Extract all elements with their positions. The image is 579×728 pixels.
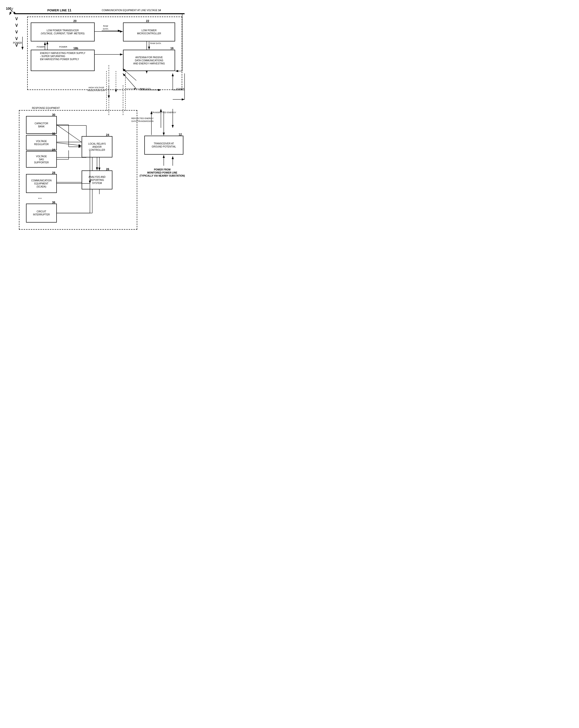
- local-relays-box: LOCAL RELAYS AND/OR CONTROLLER: [82, 136, 112, 157]
- capacitor-bank-num: 30: [52, 113, 55, 116]
- raw-data-label-1: RAWDATA: [103, 25, 108, 30]
- voltage-sag-num: 34: [52, 148, 55, 152]
- svg-line-32: [9, 8, 13, 15]
- microcontroller-box: LOW POWER MICROCONTROLLER: [123, 23, 175, 42]
- transceiver-box: TRANSCEIVER AT GROUND POTENTIAL: [144, 136, 183, 155]
- analysis-box: ANALYSIS AND REPORTING SYSTEM: [82, 171, 112, 189]
- transceiver-num: 12: [178, 133, 182, 136]
- reflected-energy-label: REFLECTED ENERGY DATA TRANSMISSION: [131, 117, 154, 123]
- energy-harvesting-box: ENERGY HARVESTING POWER SUPPLY - SUPER S…: [31, 50, 95, 71]
- comm-scada-num: 28: [52, 171, 55, 175]
- microcontroller-num: 22: [146, 19, 149, 23]
- analysis-num: 26: [106, 167, 109, 171]
- antenna-num: 16: [170, 47, 173, 50]
- high-voltage-label: HIGH VOLTAGE INSULATION GAP: [87, 86, 105, 92]
- power-label-2: POWER: [37, 46, 45, 49]
- voltage-regulator-num: 32: [52, 132, 55, 135]
- comm-equipment-at-line-voltage-label: COMMUNICATION EQUIPMENT AT LINE VOLTAGE …: [102, 9, 161, 11]
- voltage-sag-box: VOLTAGE SAG SUPPORTER: [26, 151, 57, 167]
- power-label-4: POWER: [176, 87, 184, 90]
- raw-data-label-3: RAW DATA: [140, 87, 151, 90]
- response-equipment-label: RESPONSE EQUIPMENT: [32, 107, 60, 110]
- power-from-label: POWER FROM MONITORED POWER LINE (TYPICAL…: [140, 168, 185, 177]
- transducer-box: LOW POWER TRANSDUCER (VOLTAGE, CURRENT, …: [31, 23, 95, 42]
- ellipsis: ⋯: [38, 196, 42, 201]
- power-label-left: POWER: [13, 42, 22, 45]
- transducer-num: 20: [73, 19, 77, 23]
- local-relays-num: 24: [106, 133, 109, 137]
- power-line-label: POWER LINE 11: [47, 8, 72, 12]
- transmitted-energy-label: TRANSMITTED ENERGY: [151, 111, 176, 114]
- antenna-box: ANTENNA FOR PASSIVE DATA COMMUNICATIONS …: [123, 50, 175, 71]
- energy-harvesting-num: 18b: [73, 47, 78, 50]
- capacitor-bank-box: CAPACITOR BANK: [26, 116, 57, 134]
- raw-data-label-2: RAW DATA: [150, 42, 161, 45]
- power-label-3: POWER: [59, 46, 67, 49]
- circuit-interrupter-box: CIRCUIT INTERRUPTER: [26, 204, 57, 223]
- comm-scada-box: COMMUNICATION EQUIPMENT (SCADA): [26, 174, 57, 193]
- circuit-interrupter-num: 36: [52, 201, 55, 204]
